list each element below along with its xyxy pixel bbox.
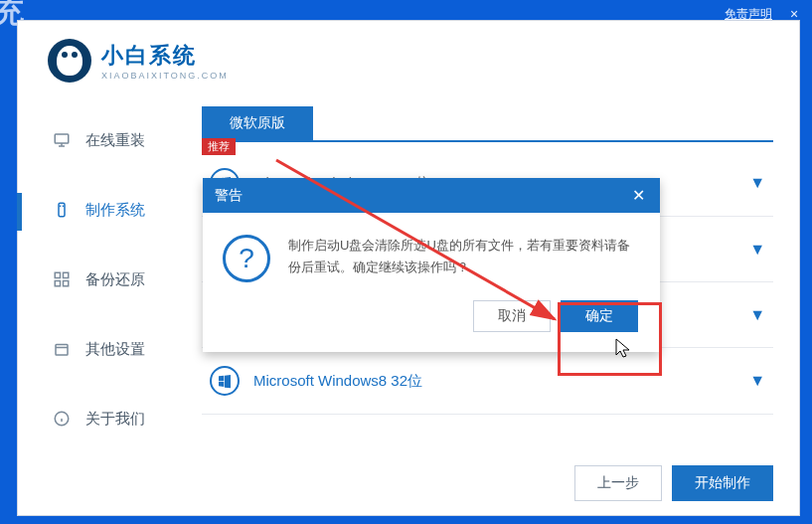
os-row-win8-32[interactable]: Microsoft Windows8 32位 ▼: [202, 348, 773, 415]
chevron-down-icon: ▼: [749, 241, 765, 259]
sidebar: 在线重装 制作系统 备份还原 其他设置: [18, 21, 192, 515]
dialog-titlebar: 警告 ✕: [203, 178, 660, 213]
sidebar-item-backup-restore[interactable]: 备份还原: [18, 260, 192, 299]
start-make-button[interactable]: 开始制作: [672, 465, 773, 501]
svg-rect-10: [56, 345, 68, 356]
app-window: 小白系统 XIAOBAIXITONG.COM 在线重装 制作系统: [17, 20, 800, 516]
svg-rect-9: [64, 281, 69, 286]
ok-button[interactable]: 确定: [561, 300, 638, 332]
sidebar-item-other-settings[interactable]: 其他设置: [18, 329, 192, 369]
sidebar-item-label: 关于我们: [85, 410, 145, 429]
prev-button[interactable]: 上一步: [574, 465, 662, 501]
warning-dialog: 警告 ✕ ? 制作启动U盘会清除所选U盘的所有文件，若有重要资料请备份后重试。确…: [203, 178, 660, 352]
chevron-down-icon: ▼: [749, 306, 765, 324]
svg-rect-6: [55, 272, 60, 277]
sidebar-item-label: 其他设置: [85, 340, 145, 359]
chevron-down-icon: ▼: [749, 174, 765, 192]
box-icon: [52, 339, 72, 359]
os-name: Microsoft Windows8 32位: [253, 372, 422, 391]
svg-rect-0: [55, 134, 69, 143]
sidebar-item-make-system[interactable]: 制作系统: [18, 190, 192, 230]
svg-rect-3: [59, 203, 65, 217]
sidebar-item-label: 在线重装: [85, 131, 145, 150]
dialog-title: 警告: [215, 187, 243, 205]
tab-microsoft-original[interactable]: 微软原版: [202, 106, 313, 140]
cancel-button[interactable]: 取消: [473, 300, 551, 332]
svg-rect-8: [55, 281, 60, 286]
usb-icon: [52, 200, 72, 220]
dialog-message: 制作启动U盘会清除所选U盘的所有文件，若有重要资料请备份后重试。确定继续该操作吗…: [288, 235, 640, 282]
sidebar-item-about[interactable]: 关于我们: [18, 399, 192, 438]
sidebar-item-label: 制作系统: [85, 201, 145, 220]
monitor-icon: [52, 130, 72, 150]
sidebar-item-label: 备份还原: [85, 270, 145, 289]
chevron-down-icon: ▼: [749, 372, 765, 390]
info-icon: [52, 409, 72, 429]
svg-rect-7: [64, 272, 69, 277]
question-icon: ?: [223, 235, 270, 282]
close-icon[interactable]: ✕: [628, 186, 648, 205]
windows-icon: [210, 366, 240, 396]
grid-icon: [52, 269, 72, 289]
sidebar-item-online-reinstall[interactable]: 在线重装: [18, 120, 192, 160]
footer-actions: 上一步 开始制作: [574, 465, 773, 501]
tab-row: 微软原版: [202, 106, 773, 142]
